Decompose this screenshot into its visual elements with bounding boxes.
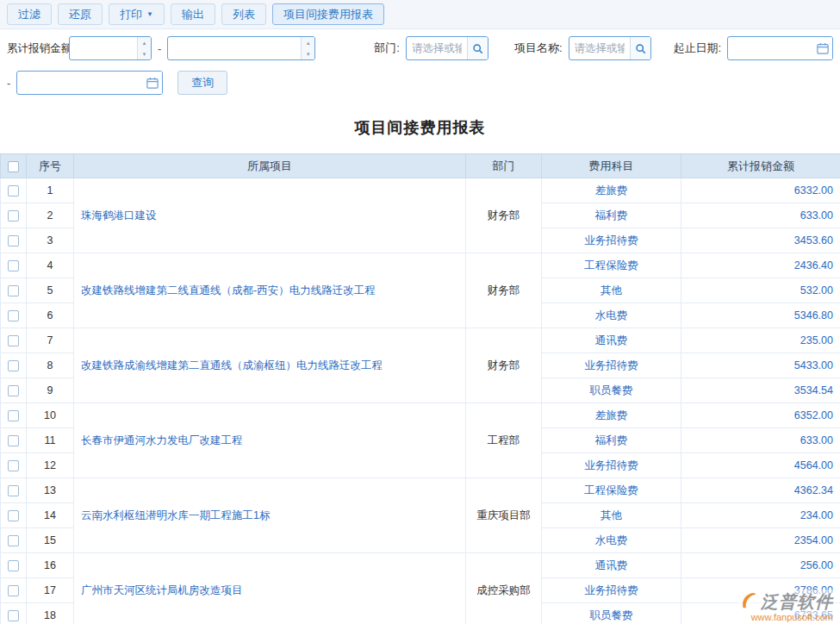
amount-cell[interactable]: 5346.80 <box>681 303 840 328</box>
filter-button[interactable]: 过滤 <box>7 3 52 25</box>
row-checkbox[interactable] <box>8 460 19 471</box>
project-cell[interactable]: 改建铁路线增建第二线直通线（成都-西安）电力线路迁改工程 <box>74 253 466 328</box>
expense-subject-cell[interactable]: 福利费 <box>542 203 681 228</box>
row-checkbox[interactable] <box>8 285 19 296</box>
row-checkbox[interactable] <box>8 610 19 621</box>
amount-cell[interactable]: 256.00 <box>681 553 840 578</box>
project-cell[interactable]: 珠海鹤港口建设 <box>74 178 466 253</box>
row-select-cell <box>1 328 27 353</box>
row-checkbox[interactable] <box>8 510 19 521</box>
amount-cell[interactable]: 2354.00 <box>681 528 840 553</box>
amount-cell[interactable]: 532.00 <box>681 278 840 303</box>
restore-button[interactable]: 还原 <box>58 3 103 25</box>
row-number: 16 <box>27 553 74 578</box>
expense-subject-cell[interactable]: 业务招待费 <box>542 228 681 253</box>
date-to-input[interactable] <box>17 72 143 94</box>
row-checkbox[interactable] <box>8 585 19 596</box>
expense-subject-cell[interactable]: 水电费 <box>542 303 681 328</box>
row-checkbox[interactable] <box>8 560 19 571</box>
expense-subject-cell[interactable]: 通讯费 <box>542 553 681 578</box>
spinner-up-icon[interactable]: ▲ <box>302 37 314 48</box>
expense-subject-cell[interactable]: 业务招待费 <box>542 453 681 478</box>
expense-subject-cell[interactable]: 工程保险费 <box>542 478 681 503</box>
expense-subject-cell[interactable]: 其他 <box>542 278 681 303</box>
expense-subject-cell[interactable]: 差旅费 <box>542 178 681 203</box>
amount-cell[interactable]: 3453.60 <box>681 228 840 253</box>
calendar-icon[interactable] <box>143 72 162 94</box>
project-cell[interactable]: 改建铁路成渝线增建第二直通线（成渝枢纽）电力线路迁改工程 <box>74 328 466 403</box>
select-all-checkbox[interactable] <box>8 161 19 172</box>
watermark-brand: 泛普软件 <box>761 590 833 614</box>
row-checkbox[interactable] <box>8 385 19 396</box>
row-checkbox[interactable] <box>8 485 19 496</box>
report-tab-button[interactable]: 项目间接费用报表 <box>272 3 384 25</box>
expense-subject-cell[interactable]: 工程保险费 <box>542 253 681 278</box>
date-from-field <box>727 36 833 60</box>
row-checkbox[interactable] <box>8 360 19 371</box>
amount-cell[interactable]: 3534.54 <box>681 378 840 403</box>
row-checkbox[interactable] <box>8 535 19 546</box>
row-checkbox[interactable] <box>8 210 19 222</box>
row-checkbox[interactable] <box>8 410 19 421</box>
export-button[interactable]: 输出 <box>171 3 215 25</box>
amount-cell[interactable]: 633.00 <box>681 428 840 453</box>
expense-subject-cell[interactable]: 职员餐费 <box>542 378 681 403</box>
expense-subject-cell[interactable]: 业务招待费 <box>542 578 681 603</box>
row-checkbox[interactable] <box>8 310 19 321</box>
row-number: 1 <box>27 178 74 203</box>
amount-cell[interactable]: 6352.00 <box>681 403 840 428</box>
spinner-down-icon[interactable]: ▼ <box>138 48 151 59</box>
amount-cell[interactable]: 633.00 <box>681 203 840 228</box>
expense-subject-cell[interactable]: 其他 <box>542 503 681 528</box>
search-icon[interactable] <box>630 37 650 59</box>
department-cell: 重庆项目部 <box>466 478 542 553</box>
spinner-up-icon[interactable]: ▲ <box>138 37 151 48</box>
amount-from-input[interactable] <box>70 37 137 59</box>
row-number: 10 <box>27 403 74 428</box>
table-row: 7改建铁路成渝线增建第二直通线（成渝枢纽）电力线路迁改工程财务部通讯费235.0… <box>1 328 840 353</box>
amount-to-input[interactable] <box>168 37 301 59</box>
table-row: 1珠海鹤港口建设财务部差旅费6332.00 <box>1 178 840 203</box>
spinner-down-icon[interactable]: ▼ <box>302 48 314 59</box>
amount-cell[interactable]: 5433.00 <box>681 353 840 378</box>
row-checkbox[interactable] <box>8 435 19 446</box>
expense-subject-cell[interactable]: 水电费 <box>542 528 681 553</box>
amount-to-spinner: ▲ ▼ <box>301 37 314 59</box>
expense-subject-cell[interactable]: 职员餐费 <box>542 603 681 624</box>
amount-cell[interactable]: 234.00 <box>681 503 840 528</box>
project-cell[interactable]: 长春市伊通河水力发电厂改建工程 <box>74 403 466 478</box>
project-name-input[interactable] <box>569 37 630 59</box>
row-number: 13 <box>27 478 74 503</box>
project-cell[interactable]: 云南水利枢纽潜明水库一期工程施工1标 <box>74 478 466 553</box>
query-button[interactable]: 查询 <box>177 71 227 95</box>
watermark-brand-row: 泛普软件 <box>739 590 833 614</box>
expense-subject-cell[interactable]: 差旅费 <box>542 403 681 428</box>
row-checkbox[interactable] <box>8 260 19 271</box>
row-checkbox[interactable] <box>8 235 19 246</box>
expense-subject-cell[interactable]: 福利费 <box>542 428 681 453</box>
row-checkbox[interactable] <box>8 185 19 197</box>
amount-cell[interactable]: 4362.34 <box>681 478 840 503</box>
expense-subject-cell[interactable]: 通讯费 <box>542 328 681 353</box>
calendar-icon[interactable] <box>813 37 832 59</box>
watermark: 泛普软件 www.fanpusoft.com <box>737 590 836 623</box>
row-select-cell <box>1 503 27 528</box>
amount-cell[interactable]: 2436.40 <box>681 253 840 278</box>
row-number: 15 <box>27 528 74 553</box>
project-cell[interactable]: 广州市天河区统计局机房改造项目 <box>74 553 466 624</box>
search-icon[interactable] <box>467 37 488 59</box>
amount-cell[interactable]: 4564.00 <box>681 453 840 478</box>
filter-row-2: - 查询 <box>7 71 833 95</box>
row-checkbox[interactable] <box>8 335 19 346</box>
date-to-field <box>16 71 163 95</box>
print-button[interactable]: 打印 ▼ <box>109 3 165 25</box>
table-row: 13云南水利枢纽潜明水库一期工程施工1标重庆项目部工程保险费4362.34 <box>1 478 840 503</box>
expense-subject-cell[interactable]: 业务招待费 <box>542 353 681 378</box>
dept-input[interactable] <box>407 37 467 59</box>
row-number: 3 <box>27 228 74 253</box>
row-select-cell <box>1 278 27 303</box>
amount-cell[interactable]: 6332.00 <box>681 178 840 203</box>
list-button[interactable]: 列表 <box>221 3 266 25</box>
date-from-input[interactable] <box>728 37 813 59</box>
amount-cell[interactable]: 235.00 <box>681 328 840 353</box>
